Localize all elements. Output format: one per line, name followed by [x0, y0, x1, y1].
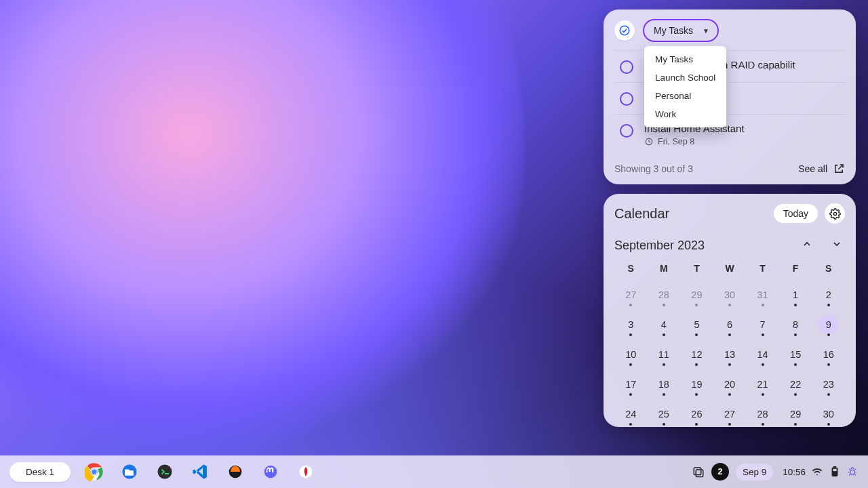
svg-point-17: [850, 470, 855, 474]
calendar-day[interactable]: 6: [713, 316, 747, 333]
mastodon-icon[interactable]: [259, 460, 282, 483]
calendar-day[interactable]: 11: [648, 346, 681, 363]
files-icon[interactable]: [118, 460, 141, 483]
task-complete-toggle[interactable]: [620, 124, 633, 138]
svg-rect-13: [696, 470, 703, 477]
calendar-dow: F: [779, 263, 812, 274]
calendar-day[interactable]: 23: [812, 375, 845, 393]
calendar-day[interactable]: 17: [614, 375, 648, 393]
dropdown-option[interactable]: Work: [644, 105, 726, 123]
app-icon-orange[interactable]: [224, 460, 247, 483]
calendar-day[interactable]: 31: [746, 286, 779, 304]
calendar-day[interactable]: 30: [812, 405, 845, 423]
calendar-grid: SMTWTFS272829303112345678910111213141516…: [614, 263, 845, 423]
chevron-up-icon: [802, 239, 812, 249]
calendar-day[interactable]: 21: [746, 375, 779, 393]
task-list-dropdown-menu: My Tasks Launch School Personal Work: [644, 46, 726, 127]
calendar-day[interactable]: 27: [614, 286, 648, 304]
bug-icon: [846, 466, 859, 478]
gear-icon: [829, 208, 841, 220]
calendar-day[interactable]: 4: [648, 316, 681, 333]
vscode-icon[interactable]: [189, 460, 212, 483]
calendar-dow: M: [648, 263, 681, 274]
calendar-day[interactable]: 27: [713, 405, 747, 423]
desk-button[interactable]: Desk 1: [9, 462, 71, 482]
calendar-month-label: September 2023: [614, 239, 705, 253]
calendar-day[interactable]: 20: [713, 375, 747, 393]
calendar-day[interactable]: 3: [614, 316, 648, 333]
task-due-date: Fri, Sep 8: [644, 137, 745, 146]
calendar-day[interactable]: 28: [648, 286, 681, 304]
dropdown-option[interactable]: Personal: [644, 87, 726, 105]
chrome-icon[interactable]: [83, 460, 106, 483]
calendar-day[interactable]: 12: [680, 346, 713, 363]
calendar-dow: S: [614, 263, 648, 274]
calendar-day[interactable]: 29: [779, 405, 812, 423]
calendar-dow: W: [713, 263, 747, 274]
svg-rect-15: [834, 467, 836, 468]
caret-down-icon: ▼: [703, 27, 709, 35]
calendar-day[interactable]: 16: [812, 346, 845, 363]
calendar-day[interactable]: 10: [614, 346, 648, 363]
task-complete-toggle[interactable]: [620, 60, 633, 74]
status-tray[interactable]: 10:56: [783, 466, 859, 478]
prev-month-button[interactable]: [799, 237, 815, 253]
battery-icon: [829, 466, 841, 478]
calendar-day[interactable]: 9: [812, 316, 845, 333]
tasks-app-icon[interactable]: [614, 20, 635, 41]
calendar-day[interactable]: 13: [713, 346, 747, 363]
svg-rect-16: [833, 472, 836, 475]
terminal-icon[interactable]: [153, 460, 176, 483]
calendar-day[interactable]: 5: [680, 316, 713, 333]
overview-button[interactable]: [692, 466, 705, 478]
calendar-day[interactable]: 2: [812, 286, 845, 304]
calendar-day[interactable]: 8: [779, 316, 812, 333]
calendar-dow: T: [680, 263, 713, 274]
task-list-dropdown[interactable]: My Tasks ▼: [643, 19, 719, 42]
calendar-day[interactable]: 19: [680, 375, 713, 393]
see-all-button[interactable]: See all: [798, 163, 845, 175]
dropdown-option[interactable]: Launch School: [644, 68, 726, 87]
calendar-day[interactable]: 24: [614, 405, 648, 423]
shelf: Desk 1 2 Sep 9 10:56: [0, 455, 868, 488]
calendar-day[interactable]: 28: [746, 405, 779, 423]
wifi-icon: [811, 466, 823, 478]
today-button[interactable]: Today: [774, 204, 818, 223]
dropdown-option[interactable]: My Tasks: [644, 50, 726, 68]
task-count-label: Showing 3 out of 3: [614, 163, 693, 174]
calendar-day[interactable]: 26: [680, 405, 713, 423]
calendar-day[interactable]: 15: [779, 346, 812, 363]
app-icon-red[interactable]: [294, 460, 317, 483]
calendar-day[interactable]: 7: [746, 316, 779, 333]
svg-point-2: [833, 212, 836, 215]
date-pill[interactable]: Sep 9: [736, 464, 773, 481]
clock-label: 10:56: [783, 467, 806, 477]
calendar-settings-button[interactable]: [825, 203, 845, 224]
tasks-widget: My Tasks ▼ My Tasks Launch School Person…: [604, 9, 856, 184]
calendar-widget: Calendar Today September 2023 SMTWTFS272…: [604, 194, 856, 427]
calendar-dow: T: [746, 263, 779, 274]
svg-rect-12: [694, 468, 701, 475]
calendar-title: Calendar: [614, 206, 669, 222]
calendar-day[interactable]: 18: [648, 375, 681, 393]
calendar-day[interactable]: 22: [779, 375, 812, 393]
calendar-day[interactable]: 25: [648, 405, 681, 423]
calendar-day[interactable]: 29: [680, 286, 713, 304]
calendar-day[interactable]: 30: [713, 286, 747, 304]
next-month-button[interactable]: [829, 237, 845, 253]
chevron-down-icon: [831, 239, 842, 249]
calendar-day[interactable]: 14: [746, 346, 779, 363]
notification-count[interactable]: 2: [711, 463, 729, 481]
open-external-icon: [833, 163, 845, 175]
pinned-apps: [83, 460, 317, 483]
calendar-dow: S: [812, 263, 845, 274]
calendar-day[interactable]: 1: [779, 286, 812, 304]
task-complete-toggle[interactable]: [620, 92, 633, 106]
svg-point-6: [92, 470, 97, 474]
task-list-selected: My Tasks: [654, 25, 693, 36]
